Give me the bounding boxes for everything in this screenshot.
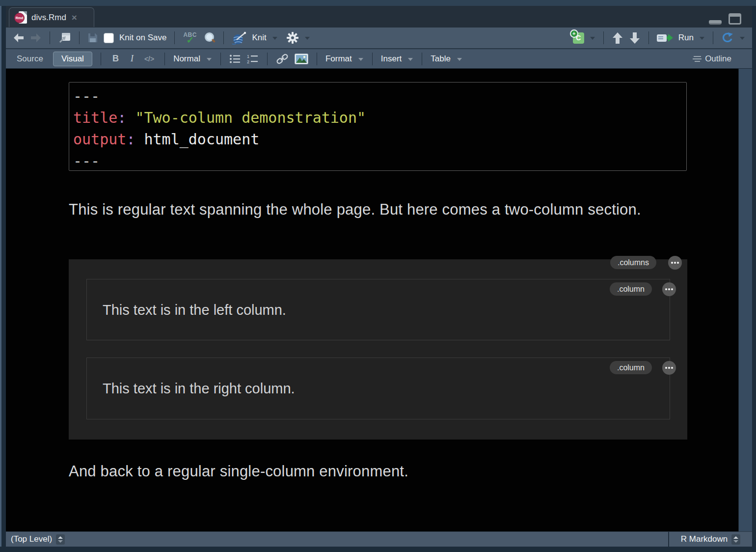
right-column-options-icon[interactable] [662,361,676,375]
toolbar-separator [713,31,713,44]
rerun-dropdown-caret[interactable] [740,37,745,40]
gear-icon[interactable] [286,31,299,44]
columns-div-label[interactable]: .columns [610,256,656,269]
source-mode-button[interactable]: Source [13,54,47,64]
knit-button[interactable]: Knit [252,33,266,43]
toolbar-separator [372,53,373,65]
toolbar-separator [648,31,649,44]
tab-close-icon[interactable]: × [72,13,77,22]
columns-div-block[interactable]: .columns .column This text is in the lef… [69,259,687,440]
yaml-metadata-block[interactable]: --- title: "Two-column demonstration" ou… [69,82,687,171]
knit-on-save-checkbox[interactable] [104,33,114,43]
yaml-fence-top: --- [73,85,686,107]
minimize-icon[interactable] [709,20,722,25]
forward-button[interactable] [30,33,42,43]
svg-text:1: 1 [247,54,249,59]
yaml-fence-bottom: --- [73,150,686,172]
scope-indicator[interactable]: (Top Level) [11,534,52,544]
toolbar-separator [174,31,175,44]
visual-editor-canvas[interactable]: --- title: "Two-column demonstration" ou… [6,69,738,531]
outline-icon [693,56,702,62]
insert-menu[interactable]: Insert [381,54,402,64]
window-left-frame [0,6,1,547]
go-next-chunk-icon[interactable] [629,32,641,44]
yaml-output-line: output: html_document [73,129,686,150]
toolbar-separator [220,53,221,65]
window-controls [709,12,741,25]
gear-dropdown-caret[interactable] [305,37,310,40]
toolbar-separator [223,31,224,44]
italic-button[interactable]: I [128,54,136,64]
paragraph-style-caret[interactable] [207,58,212,61]
go-previous-chunk-icon[interactable] [612,32,623,44]
document-mode-label: R Markdown [681,534,728,544]
bullet-list-icon[interactable] [229,54,241,64]
scope-spinner-icon[interactable] [56,534,65,545]
status-bar: (Top Level) R Markdown [6,531,752,547]
back-button[interactable] [13,33,25,43]
toolbar-separator [79,31,80,44]
columns-div-options-icon[interactable] [668,256,682,270]
outline-label: Outline [705,54,731,64]
numbered-list-icon[interactable]: 1 2 [247,54,259,64]
yaml-title-line: title: "Two-column demonstration" [73,107,686,129]
tab-title: divs.Rmd [31,13,66,23]
toolbar-separator [101,53,101,65]
editor-tab-bar: Rmd divs.Rmd × [6,6,752,28]
scrollbar-track[interactable] [738,69,752,531]
visual-mode-button[interactable]: Visual [53,52,92,66]
toolbar-separator [267,53,268,65]
right-column-div[interactable]: .column This text is in the right column… [86,358,670,419]
knit-dropdown-caret[interactable] [272,37,277,40]
insert-menu-caret[interactable] [408,58,413,61]
toolbar-separator [164,53,165,65]
table-menu-caret[interactable] [457,58,462,61]
paragraph-style-dropdown[interactable]: Normal [173,54,200,64]
insert-chunk-caret[interactable] [590,37,595,40]
run-icon [657,34,673,42]
intro-paragraph[interactable]: This is regular text spanning the whole … [69,197,682,222]
left-column-div[interactable]: .column This text is in the left column. [86,279,670,340]
left-column-text[interactable]: This text is in the left column. [103,302,286,318]
mode-spinner-icon[interactable] [731,534,740,545]
svg-text:2: 2 [247,59,249,64]
left-column-label[interactable]: .column [610,282,652,296]
code-button[interactable]: </> [142,55,156,63]
format-menu[interactable]: Format [325,54,352,64]
format-toolbar: Source Visual B I </> Normal 1 2 [6,49,752,69]
right-column-text[interactable]: This text is in the right column. [103,381,295,397]
document-mode-selector[interactable]: R Markdown [668,532,752,547]
toolbar-separator [603,31,604,44]
image-icon[interactable] [295,54,308,64]
bold-button[interactable]: B [109,54,122,64]
left-column-options-icon[interactable] [662,282,676,296]
toolbar-separator [422,53,422,65]
link-icon[interactable] [276,54,289,64]
maximize-icon[interactable] [729,13,741,25]
toolbar-separator [50,31,50,44]
rerun-icon[interactable] [721,32,734,44]
open-in-new-window-icon[interactable] [58,32,71,44]
table-menu[interactable]: Table [431,54,451,64]
spellcheck-icon[interactable]: ABC ✓ [183,31,198,44]
window-top-frame [0,0,756,6]
format-menu-caret[interactable] [358,58,363,61]
run-button[interactable]: Run [678,33,694,43]
toolbar-separator [317,53,317,65]
tab-divs-rmd[interactable]: Rmd divs.Rmd × [9,7,94,27]
right-column-label[interactable]: .column [610,361,652,374]
insert-chunk-icon[interactable]: C + [573,32,584,44]
main-toolbar: Knit on Save ABC ✓ Knit [6,28,752,49]
run-dropdown-caret[interactable] [700,37,704,40]
rmd-file-icon: Rmd [14,11,27,25]
knit-yarn-icon[interactable] [232,31,246,45]
knit-on-save-label: Knit on Save [119,33,166,43]
search-icon[interactable] [204,32,216,44]
outline-toggle[interactable]: Outline [693,54,745,64]
outro-paragraph[interactable]: And back to a regular single-column envi… [69,459,707,484]
save-icon[interactable] [87,32,98,43]
